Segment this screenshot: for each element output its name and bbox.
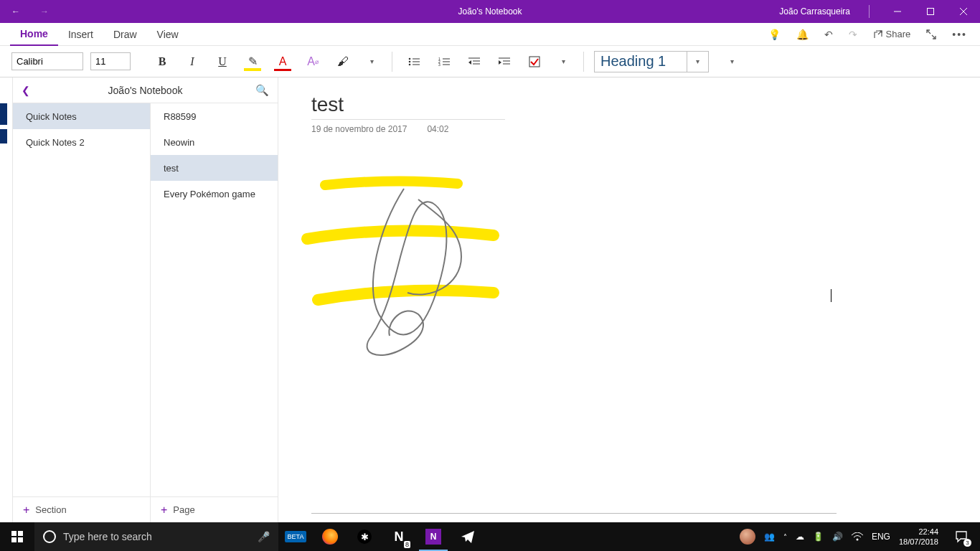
close-button[interactable] [947,0,980,23]
forward-icon[interactable]: → [40,6,49,17]
bold-button[interactable]: B [151,50,174,73]
page-title[interactable]: test [311,93,505,120]
menu-tabs: Home Insert Draw View 💡 🔔 ↶ ↷ Share ••• [0,23,980,46]
share-label: Share [886,29,911,39]
italic-button[interactable]: I [181,50,204,73]
taskbar-app-notion[interactable]: N8 [382,522,416,551]
paragraph-more-icon[interactable]: ▾ [553,50,573,73]
page-item[interactable]: Every Pokémon game [151,181,278,207]
divider [869,5,870,18]
ribbon: B I U ✎ A A⌀ 🖌 ▾ 123 ▾ Heading 1 ▾ ▾ [0,46,980,77]
tray-time: 22:44 [899,527,938,537]
start-button[interactable] [0,522,34,551]
page-item[interactable]: test [151,155,278,181]
tray-wifi-icon[interactable] [852,532,863,541]
tray-chevron-icon[interactable]: ˄ [783,533,787,541]
format-painter-button[interactable]: 🖌 [331,50,354,73]
section-item[interactable]: Quick Notes [13,103,150,129]
plus-icon: + [23,504,29,517]
section-color-tab[interactable] [0,103,7,125]
user-name[interactable]: João Carrasqueira [779,6,857,17]
bullet-list-button[interactable] [402,50,425,73]
outdent-button[interactable] [463,50,486,73]
underline-button[interactable]: U [211,50,234,73]
taskbar-app-slack[interactable]: ✱ [347,522,382,551]
main-area: ❮ João's Notebook 🔍 Quick Notes Quick No… [0,77,980,522]
tab-draw[interactable]: Draw [103,23,147,46]
notification-count: 3 [963,539,971,547]
pages-list: R88599 Neowin test Every Pokémon game + … [151,103,278,522]
page-canvas[interactable]: test 19 de novembro de 2017 04:02 [278,77,980,522]
mic-icon[interactable]: 🎤 [258,531,270,542]
add-page-button[interactable]: + Page [151,496,278,522]
people-icon[interactable] [740,529,755,545]
section-color-tabs [0,77,13,522]
tips-icon[interactable]: 💡 [768,29,781,40]
ink-drawing [286,149,716,436]
tray-clock[interactable]: 22:44 18/07/2018 [899,527,938,547]
cortana-icon [43,530,56,543]
section-item[interactable]: Quick Notes 2 [13,129,150,155]
taskbar-apps: BETA ✱ N8 N [278,522,485,551]
plus-icon: + [161,504,167,517]
tray-battery-icon[interactable]: 🔋 [813,532,824,542]
add-section-label: Section [35,504,66,515]
notifications-icon[interactable]: 🔔 [796,29,809,40]
font-size-input[interactable] [90,52,131,70]
font-name-input[interactable] [11,52,83,70]
styles-more-icon[interactable]: ▾ [722,50,742,73]
add-page-label: Page [173,504,194,515]
notebook-header: ❮ João's Notebook 🔍 [13,77,278,103]
tray-date: 18/07/2018 [899,537,938,547]
redo-icon[interactable]: ↷ [849,29,857,40]
svg-point-8 [409,60,411,62]
notebook-name[interactable]: João's Notebook [108,85,183,96]
svg-rect-1 [928,9,934,15]
section-color-tab[interactable] [0,129,7,143]
style-dropdown-icon[interactable]: ▾ [687,51,709,72]
tray-language[interactable]: ENG [872,532,890,542]
taskbar-app-onenote[interactable]: N [416,522,451,551]
taskbar-app-telegram[interactable] [451,522,485,551]
undo-icon[interactable]: ↶ [824,29,833,40]
number-list-button[interactable]: 123 [433,50,456,73]
svg-point-29 [856,539,858,541]
highlight-button[interactable]: ✎ [241,50,264,73]
taskbar: Type here to search 🎤 BETA ✱ N8 N 👥 ˄ ☁ … [0,522,980,551]
tray-people-icon[interactable]: 👥 [764,532,775,542]
minimize-button[interactable] [881,0,914,23]
search-icon[interactable]: 🔍 [255,84,269,97]
fullscreen-icon[interactable] [926,29,936,39]
svg-text:3: 3 [438,62,440,67]
tab-home[interactable]: Home [10,23,58,46]
todo-tag-button[interactable] [523,50,546,73]
notebook-back-icon[interactable]: ❮ [22,85,30,96]
back-icon[interactable]: ← [11,6,20,17]
add-section-button[interactable]: + Section [13,496,150,522]
indent-button[interactable] [493,50,516,73]
taskbar-search[interactable]: Type here to search 🎤 [34,522,278,551]
page-item[interactable]: R88599 [151,103,278,129]
text-cursor [831,289,831,302]
action-center-icon[interactable]: 3 [947,522,976,551]
clear-format-button[interactable]: A⌀ [301,50,324,73]
tray-onedrive-icon[interactable]: ☁ [796,532,804,542]
svg-rect-28 [18,537,23,542]
tray-volume-icon[interactable]: 🔊 [832,532,843,542]
font-more-icon[interactable]: ▾ [362,50,382,73]
svg-rect-27 [11,537,17,542]
share-button[interactable]: Share [873,29,911,39]
separator [392,52,392,72]
more-icon[interactable]: ••• [952,29,967,40]
page-footer-line [311,513,837,514]
maximize-button[interactable] [914,0,947,23]
tab-view[interactable]: View [147,23,189,46]
search-placeholder: Type here to search [63,531,152,542]
page-time: 04:02 [427,124,448,134]
taskbar-app-edge[interactable]: BETA [278,522,313,551]
taskbar-app-firefox[interactable] [313,522,347,551]
font-color-button[interactable]: A [271,50,294,73]
tab-insert[interactable]: Insert [58,23,103,46]
style-selector[interactable]: Heading 1 [594,51,687,72]
page-item[interactable]: Neowin [151,129,278,155]
